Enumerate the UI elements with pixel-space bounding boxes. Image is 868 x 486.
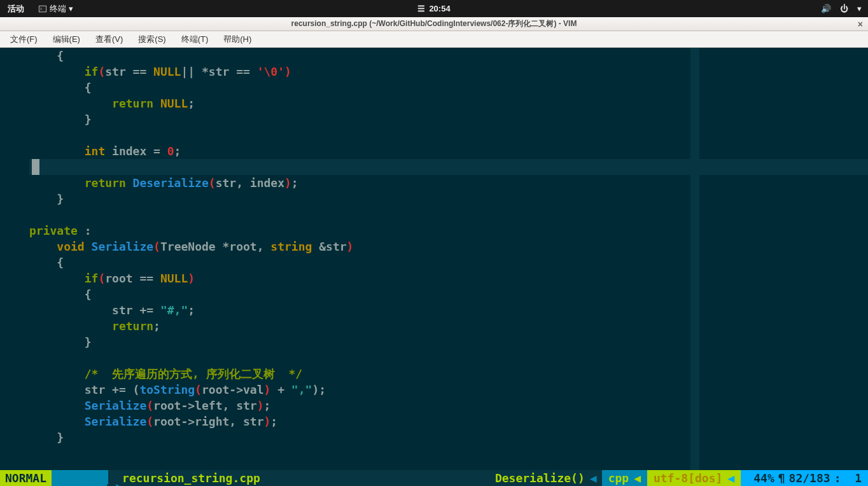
vim-editor[interactable]: 7 {6 if(str == NULL|| *str == '\0')5 {4 … bbox=[0, 48, 868, 486]
code-line[interactable]: 15 Serialize(root->left, str); bbox=[0, 398, 868, 413]
cursor bbox=[32, 159, 39, 175]
terminal-menubar: 文件(F)编辑(E)查看(V)搜索(S)终端(T)帮助(H) bbox=[0, 31, 868, 48]
code-line[interactable]: 17 } bbox=[0, 429, 868, 445]
encoding-segment: utf-8[dos] bbox=[647, 470, 741, 486]
code-line[interactable]: 12 bbox=[0, 350, 868, 366]
menu-item[interactable]: 编辑(E) bbox=[45, 31, 88, 48]
separator-icon bbox=[590, 470, 597, 486]
code-line[interactable]: 13 /* 先序遍历的方式, 序列化二叉树 */ bbox=[0, 366, 868, 382]
line-content: str += (toString(root->val) + ","); bbox=[27, 382, 326, 398]
line-content: } bbox=[27, 334, 92, 350]
line-content: { bbox=[27, 48, 64, 64]
terminal-icon bbox=[38, 4, 47, 13]
clock-label: 20:54 bbox=[429, 4, 450, 13]
line-content: /* 先序遍历的方式, 序列化二叉树 */ bbox=[27, 366, 302, 382]
line-content: return; bbox=[27, 318, 160, 334]
filetype-segment: cpp bbox=[602, 470, 647, 486]
menu-item[interactable]: 帮助(H) bbox=[216, 31, 259, 48]
activities-button[interactable]: 活动 bbox=[0, 3, 32, 15]
line-content: } bbox=[27, 191, 64, 207]
code-line[interactable]: 3 bbox=[0, 207, 868, 223]
code-line[interactable]: 3 } bbox=[0, 111, 868, 127]
code-line[interactable]: 1 int index = 0; bbox=[0, 143, 868, 159]
clock-area[interactable]: ☰ 20:54 bbox=[417, 4, 450, 13]
code-line[interactable]: 82 bbox=[0, 159, 868, 175]
filename-segment: recursion_string.cpp bbox=[108, 470, 490, 486]
clock-menu-icon: ☰ bbox=[417, 4, 425, 13]
line-content: Serialize(root->left, str); bbox=[27, 398, 270, 413]
code-line[interactable]: 11 } bbox=[0, 334, 868, 350]
line-content: void Serialize(TreeNode *root, string &s… bbox=[27, 239, 353, 254]
code-line[interactable]: 9 str += "#,"; bbox=[0, 302, 868, 318]
system-tray[interactable]: 🔊 ⏻ ▾ bbox=[821, 4, 862, 13]
line-content: { bbox=[27, 254, 64, 270]
separator-icon bbox=[727, 470, 734, 486]
line-content: if(str == NULL|| *str == '\0') bbox=[27, 64, 291, 80]
line-content: return Deserialize(str, index); bbox=[27, 175, 298, 191]
code-line[interactable]: 6 { bbox=[0, 254, 868, 270]
gnome-top-bar: 活动 终端 ▾ ☰ 20:54 🔊 ⏻ ▾ bbox=[0, 0, 868, 17]
pilcrow-icon: ¶ bbox=[778, 470, 785, 486]
app-menu-button[interactable]: 终端 ▾ bbox=[32, 3, 80, 15]
line-content: return NULL; bbox=[27, 95, 195, 111]
code-line[interactable]: 14 str += (toString(root->val) + ","); bbox=[0, 382, 868, 398]
window-title: recursion_string.cpp (~/Work/GitHub/Codi… bbox=[291, 18, 577, 29]
window-titlebar: recursion_string.cpp (~/Work/GitHub/Codi… bbox=[0, 17, 868, 31]
line-content: int index = 0; bbox=[27, 143, 181, 159]
window-close-button[interactable]: × bbox=[858, 19, 863, 29]
code-line[interactable]: 5 { bbox=[0, 80, 868, 95]
line-number-gutter-bg bbox=[0, 48, 29, 486]
line-content: Serialize(root->right, str); bbox=[27, 413, 277, 429]
power-icon: ⏻ bbox=[840, 4, 848, 13]
line-content: } bbox=[27, 429, 64, 445]
code-line[interactable]: 8 { bbox=[0, 286, 868, 302]
code-line[interactable]: 4private : bbox=[0, 223, 868, 239]
line-content: str += "#,"; bbox=[27, 302, 195, 318]
function-segment: Deserialize() bbox=[490, 470, 602, 486]
menu-item[interactable]: 终端(T) bbox=[174, 31, 216, 48]
code-line[interactable]: 6 if(str == NULL|| *str == '\0') bbox=[0, 64, 868, 80]
code-line[interactable]: 1 return Deserialize(str, index); bbox=[0, 175, 868, 191]
code-line[interactable]: 2 bbox=[0, 127, 868, 143]
svg-rect-1 bbox=[39, 6, 46, 11]
menu-item[interactable]: 搜索(S) bbox=[130, 31, 173, 48]
line-content: if(root == NULL) bbox=[27, 270, 195, 286]
vim-statusline: NORMAL master recursion_string.cpp Deser… bbox=[0, 470, 868, 486]
code-line[interactable]: 10 return; bbox=[0, 318, 868, 334]
code-line[interactable]: 16 Serialize(root->right, str); bbox=[0, 413, 868, 429]
app-menu-label: 终端 ▾ bbox=[50, 3, 73, 15]
code-line[interactable]: 2 } bbox=[0, 191, 868, 207]
code-buffer[interactable]: 7 {6 if(str == NULL|| *str == '\0')5 {4 … bbox=[0, 48, 868, 470]
volume-icon: 🔊 bbox=[821, 4, 831, 13]
code-line[interactable]: 4 return NULL; bbox=[0, 95, 868, 111]
mode-indicator: NORMAL bbox=[0, 470, 52, 486]
menu-item[interactable]: 查看(V) bbox=[88, 31, 130, 48]
line-content: { bbox=[27, 286, 92, 302]
line-content: } bbox=[27, 111, 92, 127]
code-line[interactable]: 5 void Serialize(TreeNode *root, string … bbox=[0, 239, 868, 254]
code-line[interactable]: 7 { bbox=[0, 48, 868, 64]
position-segment: 44% ¶ 82/183 : 1 bbox=[741, 470, 868, 486]
tray-chevron-icon: ▾ bbox=[857, 4, 862, 13]
git-branch-segment: master bbox=[52, 470, 108, 486]
line-content: { bbox=[27, 80, 92, 95]
separator-icon bbox=[634, 470, 641, 486]
code-line[interactable]: 7 if(root == NULL) bbox=[0, 270, 868, 286]
line-content: private : bbox=[27, 223, 92, 239]
menu-item[interactable]: 文件(F) bbox=[3, 31, 45, 48]
